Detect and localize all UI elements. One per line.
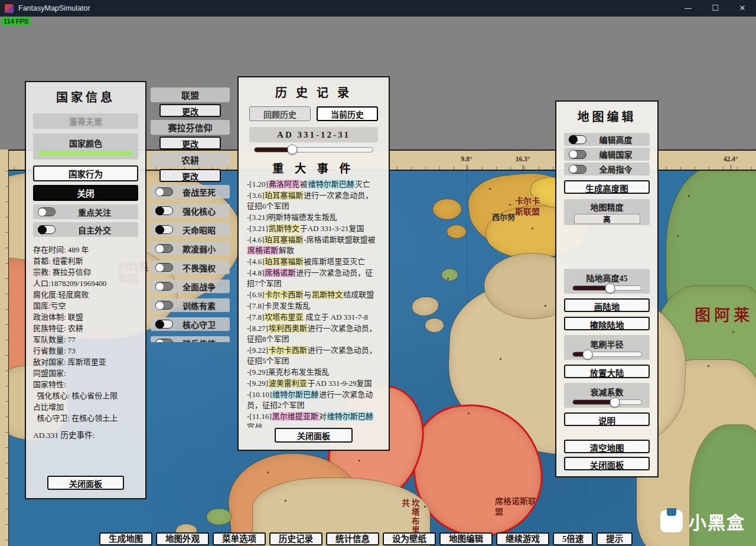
map-edit-close-panel-button[interactable]: 关闭面板 — [564, 457, 650, 470]
country-color-swatch[interactable] — [38, 151, 133, 156]
slider-knob[interactable] — [288, 145, 298, 155]
country-name-highlight: 珀耳塞福斯 — [264, 235, 304, 244]
change-button[interactable]: 更改 — [159, 169, 221, 182]
map-precision-label: 地图精度 — [591, 201, 624, 213]
tab-current-history[interactable]: 当前历史 — [317, 106, 378, 121]
toggle-row[interactable]: 训练有素 — [151, 298, 230, 312]
bottom-bar-button[interactable]: 地图外观 — [156, 532, 209, 545]
city-marker — [489, 188, 491, 190]
brush-radius-control: 笔刷半径 — [564, 335, 650, 360]
country-name-highlight: 维特尔斯巴赫 — [308, 180, 355, 188]
toggle-row[interactable]: 核心守卫 — [151, 317, 230, 331]
city-marker — [285, 500, 286, 502]
bottom-bar-button[interactable]: 地图编辑 — [439, 532, 493, 545]
event-text: 被 — [300, 180, 308, 188]
change-button[interactable]: 更改 — [159, 136, 221, 150]
change-button[interactable]: 更改 — [159, 104, 221, 117]
brush-radius-slider[interactable] — [572, 352, 642, 357]
toggle-pill[interactable] — [155, 206, 173, 215]
place-continent-button[interactable]: 放置大陆 — [564, 365, 650, 378]
country-name-highlight: 维特尔斯巴赫 — [327, 412, 374, 421]
bottom-bar-button[interactable]: 5倍速 — [553, 532, 593, 545]
attribute-group: 赛拉芬信仰更改 — [151, 120, 230, 150]
toggle-row[interactable]: 全局指令 — [564, 162, 650, 176]
country-action-button[interactable]: 国家行为 — [33, 165, 138, 181]
toggle-pill[interactable] — [155, 187, 173, 196]
toggle-pill[interactable] — [155, 282, 173, 291]
slider-knob[interactable] — [610, 397, 620, 407]
bottom-bar-button[interactable]: 生成地图 — [99, 532, 152, 545]
toggle-pill[interactable] — [38, 207, 56, 216]
longitude-tick — [523, 165, 523, 170]
bottom-bar-button[interactable]: 统计信息 — [326, 532, 379, 545]
toggle-pill[interactable] — [38, 225, 56, 234]
country-stat-line: 占比增加 — [33, 401, 138, 412]
event-text: -[6.9] — [247, 290, 264, 299]
country-stat-line: 政治体制: 联盟 — [33, 311, 138, 323]
title-bar: FantasyMapSimulator — ☐ ✕ — [0, 0, 756, 17]
toggle-row[interactable]: 全面战争 — [151, 280, 230, 293]
toggle-row[interactable]: 重点关注 — [33, 204, 138, 219]
toggle-row[interactable]: 奋战至死 — [151, 185, 230, 199]
history-panel-title: 历 史 记 录 — [246, 83, 382, 100]
history-event: -[8.27]埃利西奥斯进行一次紧急动员，征招8个军团 — [247, 323, 380, 344]
toggle-pill[interactable] — [155, 263, 173, 272]
city-marker — [468, 412, 470, 414]
toggle-row[interactable]: 不畏强权 — [151, 261, 230, 274]
country-close-button[interactable]: 关闭 — [33, 185, 138, 201]
toggle-pill[interactable] — [155, 244, 173, 253]
history-event: -[3.21]明斯特福德发生叛乱 — [247, 212, 380, 223]
panel-map-edit: 地图编辑 编辑高度编辑国家全局指令 生成高度图 地图精度 高 陆地高度45 画陆… — [555, 100, 659, 477]
island — [442, 269, 458, 281]
toggle-pill[interactable] — [569, 135, 586, 144]
toggle-pill[interactable] — [155, 320, 173, 329]
toggle-pill[interactable] — [155, 225, 173, 234]
bottom-bar-button[interactable]: 提示 — [597, 532, 633, 545]
toggle-pill[interactable] — [155, 301, 173, 310]
toggle-row[interactable]: 强化核心 — [151, 204, 230, 217]
event-text: -[10.10] — [247, 390, 272, 399]
history-close-panel-button[interactable]: 关闭面板 — [275, 428, 353, 443]
tab-review-history[interactable]: 回顾历史 — [249, 106, 311, 121]
slider-knob[interactable] — [583, 349, 593, 359]
country-name-highlight: 卡尔卡西斯 — [268, 346, 308, 355]
generate-heightmap-button[interactable]: 生成高度图 — [564, 180, 650, 194]
toggle-row[interactable]: 天命昭昭 — [151, 223, 230, 236]
longitude-label: 9.8° — [461, 155, 472, 162]
help-button[interactable]: 说明 — [564, 412, 650, 426]
erase-land-button[interactable]: 擦除陆地 — [564, 317, 650, 330]
country-name-chip: 蓬蒂夫里 — [33, 113, 138, 129]
land-height-label: 陆地高度45 — [586, 272, 628, 284]
decay-factor-slider[interactable] — [572, 399, 642, 405]
land-height-control: 陆地高度45 — [564, 269, 650, 294]
toggle-pill[interactable] — [569, 150, 586, 159]
toggle-row[interactable]: 自主外交 — [33, 222, 138, 237]
slider-knob[interactable] — [605, 283, 615, 293]
clear-map-button[interactable]: 清空地图 — [564, 440, 650, 453]
country-close-panel-button[interactable]: 关闭面板 — [47, 476, 124, 490]
toggle-row[interactable]: 骑兵传统 — [151, 336, 230, 342]
toggle-knob — [155, 320, 164, 329]
draw-land-button[interactable]: 画陆地 — [564, 298, 650, 312]
toggle-pill[interactable] — [569, 165, 586, 174]
country-name-highlight: 珀耳塞福斯 — [264, 257, 304, 266]
map-precision-value-button[interactable]: 高 — [574, 214, 640, 224]
watermark: 小黑盒 — [660, 508, 745, 534]
country-name-highlight: 珀耳塞福斯 — [264, 191, 304, 200]
toggle-row[interactable]: 欺凌弱小 — [151, 242, 230, 255]
close-window-button[interactable]: ✕ — [729, 0, 756, 17]
country-stats: 存在时间: 489 年首都: 纽霍利斯宗教: 赛拉芬信仰人口:1878209/1… — [33, 244, 138, 424]
bottom-bar-button[interactable]: 设为壁纸 — [383, 532, 436, 545]
history-date-slider[interactable] — [254, 147, 373, 152]
minimize-button[interactable]: — — [674, 0, 702, 17]
bottom-bar-button[interactable]: 历史记录 — [269, 532, 322, 545]
toggle-row[interactable]: 编辑国家 — [564, 148, 650, 161]
toggle-row[interactable]: 编辑高度 — [564, 133, 650, 146]
bottom-bar-button[interactable]: 继续游戏 — [496, 532, 549, 545]
toggle-pill[interactable] — [155, 339, 173, 342]
island — [412, 297, 438, 316]
maximize-button[interactable]: ☐ — [702, 0, 729, 17]
land-height-slider[interactable] — [572, 285, 642, 291]
bottom-bar-button[interactable]: 菜单选项 — [213, 532, 266, 545]
event-text: 成立于 AD 331-7-8 — [304, 313, 368, 321]
